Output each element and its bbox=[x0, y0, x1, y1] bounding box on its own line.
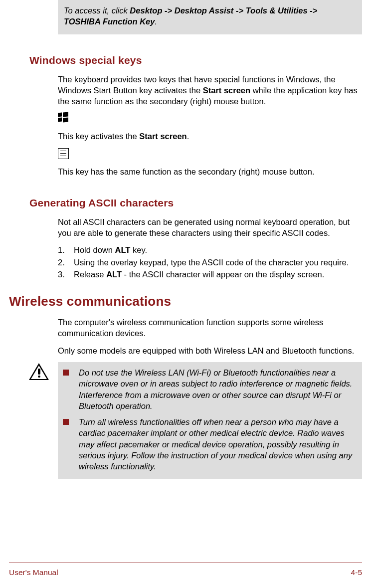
windows-logo-icon bbox=[58, 113, 69, 124]
warning-item: Do not use the Wireless LAN (Wi-Fi) or B… bbox=[63, 367, 357, 411]
list-item: 3. Release ALT - the ASCII character wil… bbox=[58, 269, 359, 280]
list-item: 1. Hold down ALT key. bbox=[58, 244, 359, 255]
wireless-p1: The computer's wireless communication fu… bbox=[58, 317, 359, 339]
warning-content: Do not use the Wireless LAN (Wi-Fi) or B… bbox=[58, 362, 362, 479]
list-item: 2. Using the overlay keypad, type the AS… bbox=[58, 257, 359, 268]
access-note: To access it, click Desktop -> Desktop A… bbox=[58, 0, 362, 34]
heading-ascii: Generating ASCII characters bbox=[29, 197, 362, 209]
windows-key-desc: This key activates the Start screen. bbox=[58, 131, 359, 142]
wireless-p2: Only some models are equipped with both … bbox=[58, 345, 359, 356]
ascii-intro: Not all ASCII characters can be generate… bbox=[58, 216, 359, 239]
menu-key-desc: This key has the same function as the se… bbox=[58, 166, 359, 177]
windows-key-icon-row bbox=[58, 113, 362, 126]
bullet-icon bbox=[63, 419, 69, 425]
heading-wireless: Wireless communications bbox=[9, 294, 362, 309]
warning-triangle-icon bbox=[29, 363, 49, 381]
heading-windows-special-keys: Windows special keys bbox=[29, 54, 362, 66]
note-suffix: . bbox=[155, 17, 157, 26]
menu-key-icon-row bbox=[58, 148, 362, 161]
application-menu-icon bbox=[58, 148, 69, 159]
ascii-steps-list: 1. Hold down ALT key. 2. Using the overl… bbox=[58, 244, 359, 280]
warning-block: Do not use the Wireless LAN (Wi-Fi) or B… bbox=[9, 362, 362, 479]
note-prefix: To access it, click bbox=[64, 6, 130, 15]
bullet-icon bbox=[63, 370, 69, 376]
windows-keys-intro: The keyboard provides two keys that have… bbox=[58, 74, 359, 107]
footer-page: 4-5 bbox=[351, 568, 362, 577]
warning-item: Turn all wireless functionalities off wh… bbox=[63, 416, 357, 472]
page-footer: User's Manual 4-5 bbox=[9, 563, 362, 577]
footer-title: User's Manual bbox=[9, 568, 58, 577]
